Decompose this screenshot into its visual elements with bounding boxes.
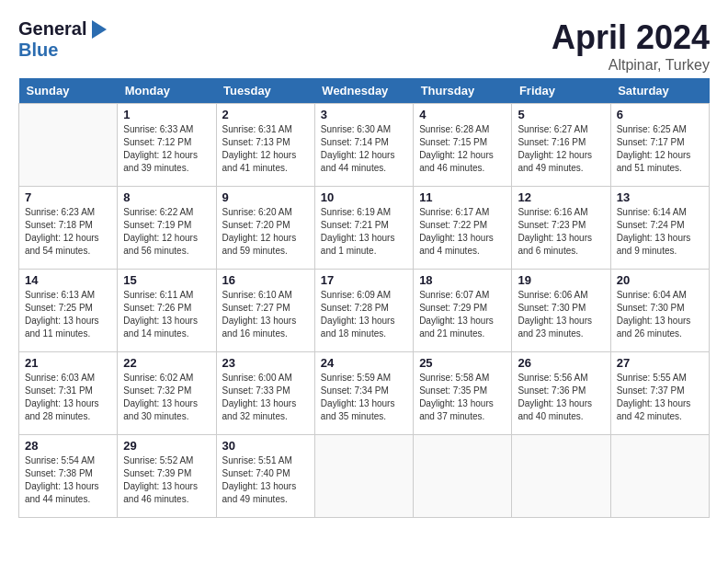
day-info: Sunrise: 5:51 AMSunset: 7:40 PMDaylight:… <box>222 454 309 506</box>
table-row: 28Sunrise: 5:54 AMSunset: 7:38 PMDayligh… <box>19 435 118 518</box>
day-number: 11 <box>419 190 506 204</box>
svg-marker-0 <box>92 20 107 39</box>
day-number: 10 <box>321 190 407 204</box>
day-info: Sunrise: 6:06 AMSunset: 7:30 PMDaylight:… <box>518 289 604 340</box>
day-number: 12 <box>518 190 604 204</box>
day-number: 21 <box>25 356 111 370</box>
week-row-5: 28Sunrise: 5:54 AMSunset: 7:38 PMDayligh… <box>19 435 710 518</box>
day-info: Sunrise: 6:16 AMSunset: 7:23 PMDaylight:… <box>518 206 604 258</box>
table-row: 22Sunrise: 6:02 AMSunset: 7:32 PMDayligh… <box>118 352 216 435</box>
day-number: 1 <box>123 108 210 121</box>
table-row: 23Sunrise: 6:00 AMSunset: 7:33 PMDayligh… <box>216 352 314 435</box>
day-info: Sunrise: 6:00 AMSunset: 7:33 PMDaylight:… <box>222 372 309 423</box>
day-number: 6 <box>617 108 703 121</box>
day-number: 16 <box>222 273 309 287</box>
table-row: 18Sunrise: 6:07 AMSunset: 7:29 PMDayligh… <box>414 270 512 352</box>
day-number: 14 <box>25 273 111 287</box>
header-monday: Monday <box>118 78 216 104</box>
table-row: 27Sunrise: 5:55 AMSunset: 7:37 PMDayligh… <box>610 352 709 435</box>
logo-blue-text: Blue <box>18 40 58 61</box>
day-info: Sunrise: 6:13 AMSunset: 7:25 PMDaylight:… <box>25 289 111 340</box>
table-row: 9Sunrise: 6:20 AMSunset: 7:20 PMDaylight… <box>216 187 314 270</box>
header-sunday: Sunday <box>19 78 118 104</box>
day-info: Sunrise: 6:09 AMSunset: 7:28 PMDaylight:… <box>321 289 407 340</box>
week-row-1: 1Sunrise: 6:33 AMSunset: 7:12 PMDaylight… <box>19 104 710 187</box>
table-row: 7Sunrise: 6:23 AMSunset: 7:18 PMDaylight… <box>19 187 118 270</box>
calendar-header-row: Sunday Monday Tuesday Wednesday Thursday… <box>19 78 710 104</box>
day-info: Sunrise: 5:59 AMSunset: 7:34 PMDaylight:… <box>321 372 407 423</box>
page-header: General Blue April 2024 Altpinar, Turkey <box>9 9 719 78</box>
day-info: Sunrise: 6:20 AMSunset: 7:20 PMDaylight:… <box>222 206 309 258</box>
table-row <box>314 435 413 518</box>
day-info: Sunrise: 5:56 AMSunset: 7:36 PMDaylight:… <box>518 372 604 423</box>
day-number: 9 <box>222 190 309 204</box>
week-row-4: 21Sunrise: 6:03 AMSunset: 7:31 PMDayligh… <box>19 352 710 435</box>
day-info: Sunrise: 6:27 AMSunset: 7:16 PMDaylight:… <box>518 123 604 175</box>
day-info: Sunrise: 6:03 AMSunset: 7:31 PMDaylight:… <box>25 372 111 423</box>
day-number: 23 <box>222 356 309 370</box>
table-row <box>610 435 709 518</box>
table-row: 15Sunrise: 6:11 AMSunset: 7:26 PMDayligh… <box>118 270 216 352</box>
table-row: 19Sunrise: 6:06 AMSunset: 7:30 PMDayligh… <box>512 270 610 352</box>
header-thursday: Thursday <box>414 78 512 104</box>
calendar-table: Sunday Monday Tuesday Wednesday Thursday… <box>18 78 710 518</box>
calendar-title: April 2024 <box>552 18 710 57</box>
day-info: Sunrise: 6:28 AMSunset: 7:15 PMDaylight:… <box>419 123 506 175</box>
calendar-title-block: April 2024 Altpinar, Turkey <box>552 18 710 74</box>
table-row: 8Sunrise: 6:22 AMSunset: 7:19 PMDaylight… <box>118 187 216 270</box>
table-row: 17Sunrise: 6:09 AMSunset: 7:28 PMDayligh… <box>314 270 413 352</box>
table-row: 12Sunrise: 6:16 AMSunset: 7:23 PMDayligh… <box>512 187 610 270</box>
table-row: 21Sunrise: 6:03 AMSunset: 7:31 PMDayligh… <box>19 352 118 435</box>
day-info: Sunrise: 5:52 AMSunset: 7:39 PMDaylight:… <box>123 454 210 506</box>
day-info: Sunrise: 6:14 AMSunset: 7:24 PMDaylight:… <box>617 206 703 258</box>
day-info: Sunrise: 5:55 AMSunset: 7:37 PMDaylight:… <box>617 372 703 423</box>
week-row-3: 14Sunrise: 6:13 AMSunset: 7:25 PMDayligh… <box>19 270 710 352</box>
table-row: 13Sunrise: 6:14 AMSunset: 7:24 PMDayligh… <box>610 187 709 270</box>
day-number: 7 <box>25 190 111 204</box>
logo-general-text: General <box>18 18 86 40</box>
table-row: 10Sunrise: 6:19 AMSunset: 7:21 PMDayligh… <box>314 187 413 270</box>
table-row: 30Sunrise: 5:51 AMSunset: 7:40 PMDayligh… <box>216 435 314 518</box>
day-info: Sunrise: 5:54 AMSunset: 7:38 PMDaylight:… <box>25 454 111 506</box>
day-number: 3 <box>321 108 407 121</box>
day-info: Sunrise: 6:25 AMSunset: 7:17 PMDaylight:… <box>617 123 703 175</box>
table-row: 5Sunrise: 6:27 AMSunset: 7:16 PMDaylight… <box>512 104 610 187</box>
table-row: 25Sunrise: 5:58 AMSunset: 7:35 PMDayligh… <box>414 352 512 435</box>
logo-triangle-icon <box>86 20 107 39</box>
day-info: Sunrise: 6:22 AMSunset: 7:19 PMDaylight:… <box>123 206 210 258</box>
day-number: 27 <box>617 356 703 370</box>
day-number: 2 <box>222 108 309 121</box>
day-info: Sunrise: 6:31 AMSunset: 7:13 PMDaylight:… <box>222 123 309 175</box>
day-info: Sunrise: 6:11 AMSunset: 7:26 PMDaylight:… <box>123 289 210 340</box>
calendar-subtitle: Altpinar, Turkey <box>552 57 710 74</box>
table-row: 3Sunrise: 6:30 AMSunset: 7:14 PMDaylight… <box>314 104 413 187</box>
day-info: Sunrise: 6:02 AMSunset: 7:32 PMDaylight:… <box>123 372 210 423</box>
day-info: Sunrise: 6:33 AMSunset: 7:12 PMDaylight:… <box>123 123 210 175</box>
table-row: 4Sunrise: 6:28 AMSunset: 7:15 PMDaylight… <box>414 104 512 187</box>
day-number: 17 <box>321 273 407 287</box>
header-friday: Friday <box>512 78 610 104</box>
day-number: 29 <box>123 439 210 453</box>
day-number: 13 <box>617 190 703 204</box>
table-row: 6Sunrise: 6:25 AMSunset: 7:17 PMDaylight… <box>610 104 709 187</box>
day-number: 24 <box>321 356 407 370</box>
day-info: Sunrise: 6:19 AMSunset: 7:21 PMDaylight:… <box>321 206 407 258</box>
table-row: 29Sunrise: 5:52 AMSunset: 7:39 PMDayligh… <box>118 435 216 518</box>
day-info: Sunrise: 6:04 AMSunset: 7:30 PMDaylight:… <box>617 289 703 340</box>
day-number: 4 <box>419 108 506 121</box>
table-row: 16Sunrise: 6:10 AMSunset: 7:27 PMDayligh… <box>216 270 314 352</box>
table-row: 11Sunrise: 6:17 AMSunset: 7:22 PMDayligh… <box>414 187 512 270</box>
day-number: 8 <box>123 190 210 204</box>
table-row: 26Sunrise: 5:56 AMSunset: 7:36 PMDayligh… <box>512 352 610 435</box>
header-saturday: Saturday <box>610 78 709 104</box>
table-row <box>512 435 610 518</box>
table-row <box>19 104 118 187</box>
day-info: Sunrise: 6:23 AMSunset: 7:18 PMDaylight:… <box>25 206 111 258</box>
table-row: 2Sunrise: 6:31 AMSunset: 7:13 PMDaylight… <box>216 104 314 187</box>
logo: General Blue <box>18 18 107 61</box>
day-number: 19 <box>518 273 604 287</box>
day-number: 28 <box>25 439 111 453</box>
day-number: 15 <box>123 273 210 287</box>
day-info: Sunrise: 5:58 AMSunset: 7:35 PMDaylight:… <box>419 372 506 423</box>
week-row-2: 7Sunrise: 6:23 AMSunset: 7:18 PMDaylight… <box>19 187 710 270</box>
